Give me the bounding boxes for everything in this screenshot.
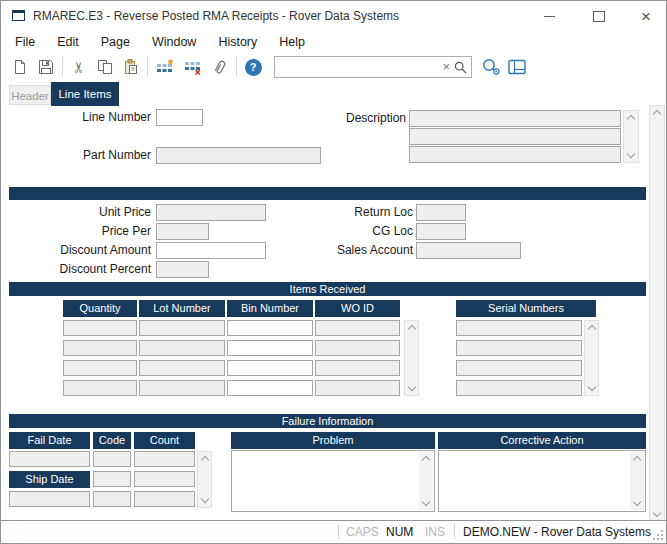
items-received-scrollbar[interactable]: [404, 320, 419, 396]
wo-id-input-2[interactable]: [315, 360, 400, 376]
insert-row-icon: [156, 59, 174, 75]
failure-scrollbar[interactable]: [197, 451, 212, 508]
discount-amount-input[interactable]: [156, 242, 266, 259]
description-scrollbar[interactable]: [623, 110, 639, 163]
return-loc-input[interactable]: [416, 204, 466, 221]
wo-id-input-0[interactable]: [315, 320, 400, 336]
bin-number-column-header: Bin Number: [227, 300, 313, 317]
serial-number-input-0[interactable]: [456, 320, 582, 336]
bin-number-input-0[interactable]: [227, 320, 313, 336]
search-box: ×: [274, 56, 472, 78]
fail-date-input-0[interactable]: [9, 451, 90, 467]
tab-line-items[interactable]: Line Items: [51, 82, 119, 106]
paste-button[interactable]: [118, 55, 144, 79]
layout-view-button[interactable]: [504, 55, 530, 79]
status-separator: [454, 524, 455, 539]
scroll-down-icon: [407, 383, 415, 391]
cut-button[interactable]: ✂: [66, 55, 92, 79]
copy-button[interactable]: [92, 55, 118, 79]
menu-bar: File Edit Page Window History Help: [1, 31, 667, 53]
lot-number-input-3[interactable]: [139, 380, 225, 396]
price-per-input[interactable]: [156, 223, 209, 240]
serial-number-input-1[interactable]: [456, 340, 582, 356]
num-lock-indicator: NUM: [386, 525, 413, 539]
minimize-button[interactable]: [531, 1, 567, 31]
count-input-0[interactable]: [134, 451, 195, 467]
new-record-button[interactable]: [7, 55, 33, 79]
menu-window[interactable]: Window: [141, 31, 207, 53]
menu-edit[interactable]: Edit: [46, 31, 90, 53]
bin-number-input-2[interactable]: [227, 360, 313, 376]
insert-row-button[interactable]: [151, 55, 179, 79]
description-input-1[interactable]: [409, 110, 621, 127]
maximize-button[interactable]: [581, 1, 617, 31]
save-button[interactable]: [33, 55, 59, 79]
fail-date-input-2[interactable]: [9, 491, 90, 507]
lot-number-column-header: Lot Number: [139, 300, 225, 317]
paste-icon: [123, 59, 139, 75]
part-number-label: Part Number: [1, 147, 151, 164]
record-lookup-button[interactable]: [478, 55, 504, 79]
toolbar: ✂ ? ×: [1, 53, 667, 81]
toolbar-separator: [62, 57, 63, 77]
serial-numbers-header: Serial Numbers: [456, 300, 596, 317]
status-bar: CAPS NUM INS DEMO.NEW - Rover Data Syste…: [1, 520, 666, 543]
menu-file[interactable]: File: [4, 31, 46, 53]
fail-date-column-header: Fail Date: [9, 432, 90, 449]
items-received-band: Items Received: [9, 282, 646, 296]
scroll-up-icon: [200, 456, 208, 464]
quantity-input-1[interactable]: [63, 340, 137, 356]
return-loc-label: Return Loc: [263, 204, 413, 221]
code-column-header: Code: [93, 432, 131, 449]
clear-search-icon[interactable]: ×: [439, 57, 453, 77]
code-input-1[interactable]: [93, 471, 131, 487]
unit-price-input[interactable]: [156, 204, 266, 221]
wo-id-input-1[interactable]: [315, 340, 400, 356]
code-input-2[interactable]: [93, 491, 131, 507]
serial-numbers-scrollbar[interactable]: [584, 320, 599, 396]
count-input-2[interactable]: [134, 491, 195, 507]
part-number-input[interactable]: [156, 147, 321, 164]
serial-number-input-3[interactable]: [456, 380, 582, 396]
serial-number-input-2[interactable]: [456, 360, 582, 376]
quantity-input-3[interactable]: [63, 380, 137, 396]
maximize-icon: [593, 11, 605, 22]
lot-number-input-2[interactable]: [139, 360, 225, 376]
lot-number-input-1[interactable]: [139, 340, 225, 356]
close-button[interactable]: ×: [628, 1, 664, 31]
delete-row-button[interactable]: [179, 55, 207, 79]
description-input-2[interactable]: [409, 128, 621, 145]
corrective-action-textarea[interactable]: [439, 451, 629, 511]
menu-page[interactable]: Page: [90, 31, 141, 53]
sales-account-input[interactable]: [416, 242, 521, 259]
discount-percent-input[interactable]: [156, 261, 209, 278]
quantity-input-0[interactable]: [63, 320, 137, 336]
cg-loc-input[interactable]: [416, 223, 466, 240]
bin-number-input-3[interactable]: [227, 380, 313, 396]
corrective-action-scrollbar[interactable]: [630, 452, 644, 510]
line-number-input[interactable]: [156, 109, 203, 126]
search-input[interactable]: [275, 58, 439, 76]
resize-grip[interactable]: [651, 528, 663, 540]
problem-textarea[interactable]: [232, 451, 418, 511]
search-icon[interactable]: [453, 61, 471, 74]
help-button[interactable]: ?: [240, 55, 266, 79]
problem-scrollbar[interactable]: [419, 452, 433, 510]
count-input-1[interactable]: [134, 471, 195, 487]
lot-number-input-0[interactable]: [139, 320, 225, 336]
scroll-up-icon: [407, 325, 415, 333]
new-document-icon: [12, 59, 28, 75]
wo-id-input-3[interactable]: [315, 380, 400, 396]
menu-history[interactable]: History: [207, 31, 268, 53]
description-input-3[interactable]: [409, 146, 621, 163]
attach-button[interactable]: [207, 55, 233, 79]
tab-header[interactable]: Header: [9, 85, 51, 105]
quantity-input-2[interactable]: [63, 360, 137, 376]
code-input-0[interactable]: [93, 451, 131, 467]
bin-number-input-1[interactable]: [227, 340, 313, 356]
main-scrollbar[interactable]: [649, 105, 665, 522]
menu-help[interactable]: Help: [268, 31, 316, 53]
layout-icon: [508, 59, 526, 75]
title-bar: RMAREC.E3 - Reverse Posted RMA Receipts …: [1, 1, 666, 31]
description-label: Description: [256, 110, 406, 127]
